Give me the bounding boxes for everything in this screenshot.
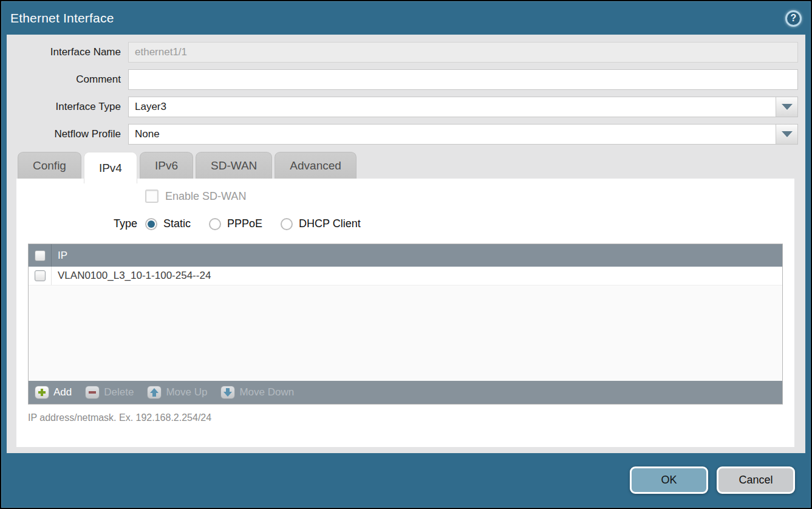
arrow-up-icon [147, 386, 162, 399]
dialog-footer: OK Cancel [2, 453, 810, 507]
interface-name-row: Interface Name [13, 42, 798, 63]
tab-ipv4[interactable]: IPv4 [84, 152, 137, 183]
ipv4-tab-panel: Enable SD-WAN Type Static PPPoE DHCP Cli… [16, 179, 794, 447]
ip-format-hint: IP address/netmask. Ex. 192.168.2.254/24 [28, 412, 783, 423]
plus-icon [35, 386, 49, 399]
move-down-button[interactable]: Move Down [220, 386, 294, 399]
add-button[interactable]: Add [35, 386, 72, 399]
ip-table-header: IP [29, 244, 782, 267]
chevron-down-icon [782, 104, 793, 110]
table-empty-area [29, 285, 782, 381]
dialog-title: Ethernet Interface [10, 11, 114, 26]
enable-sdwan-row: Enable SD-WAN [145, 190, 783, 203]
move-down-button-label: Move Down [239, 386, 294, 398]
ok-button[interactable]: OK [630, 466, 708, 494]
interface-name-field [128, 42, 798, 63]
table-row[interactable]: VLAN0100_L3_10-1-100-254--24 [29, 267, 782, 285]
row-checkbox[interactable] [35, 270, 46, 281]
comment-label: Comment [13, 73, 128, 86]
interface-type-row: Interface Type Layer3 [13, 97, 798, 117]
interface-type-dropdown-button[interactable] [776, 97, 797, 117]
enable-sdwan-label: Enable SD-WAN [165, 190, 246, 203]
dialog-content: Interface Name Comment Interface Type La… [7, 35, 805, 453]
move-up-button[interactable]: Move Up [147, 386, 207, 399]
enable-sdwan-checkbox[interactable] [145, 190, 159, 203]
comment-field[interactable] [128, 69, 798, 90]
arrow-down-icon [220, 386, 235, 399]
move-up-button-label: Move Up [166, 386, 207, 398]
help-icon[interactable]: ? [785, 10, 802, 27]
interface-type-label: Interface Type [13, 101, 128, 113]
delete-button[interactable]: Delete [85, 386, 134, 399]
dialog-frame: Ethernet Interface ? Interface Name Comm… [1, 1, 811, 508]
radio-static-label: Static [163, 217, 191, 230]
radio-static-icon[interactable] [145, 218, 157, 230]
chevron-down-icon [782, 131, 793, 137]
type-label: Type [114, 217, 137, 230]
delete-button-label: Delete [104, 386, 134, 398]
radio-dhcp-client-icon[interactable] [281, 218, 293, 230]
netflow-profile-dropdown[interactable]: None [128, 124, 798, 145]
table-toolbar: Add Delete Move Up [29, 381, 782, 404]
ethernet-interface-dialog: Ethernet Interface ? Interface Name Comm… [0, 0, 812, 509]
tab-ipv6[interactable]: IPv6 [140, 152, 193, 179]
netflow-profile-value: None [129, 125, 776, 144]
add-button-label: Add [53, 386, 72, 398]
radio-pppoe[interactable]: PPPoE [209, 217, 262, 230]
type-radio-group: Type Static PPPoE DHCP Client [114, 217, 783, 230]
ip-row-value: VLAN0100_L3_10-1-100-254--24 [52, 270, 211, 282]
netflow-profile-row: Netflow Profile None [13, 124, 798, 145]
minus-icon [85, 386, 100, 399]
radio-dhcp-client-label: DHCP Client [299, 217, 361, 230]
interface-name-label: Interface Name [13, 46, 128, 58]
ip-column-header: IP [52, 250, 67, 262]
radio-dhcp-client[interactable]: DHCP Client [281, 217, 361, 230]
netflow-profile-dropdown-button[interactable] [776, 125, 797, 144]
select-all-checkbox[interactable] [35, 250, 46, 261]
interface-type-value: Layer3 [129, 97, 776, 117]
tab-config[interactable]: Config [18, 152, 81, 179]
ip-table: IP VLAN0100_L3_10-1-100-254--24 [28, 244, 783, 405]
comment-row: Comment [13, 69, 798, 90]
tab-sdwan[interactable]: SD-WAN [196, 152, 272, 179]
radio-pppoe-label: PPPoE [227, 217, 262, 230]
radio-pppoe-icon[interactable] [209, 218, 221, 230]
radio-static[interactable]: Static [145, 217, 191, 230]
tab-bar: Config IPv4 IPv6 SD-WAN Advanced [13, 152, 798, 179]
dialog-titlebar: Ethernet Interface ? [2, 2, 810, 35]
cancel-button[interactable]: Cancel [717, 466, 795, 494]
interface-type-dropdown[interactable]: Layer3 [128, 97, 798, 117]
tab-advanced[interactable]: Advanced [275, 152, 357, 179]
netflow-profile-label: Netflow Profile [13, 128, 128, 140]
